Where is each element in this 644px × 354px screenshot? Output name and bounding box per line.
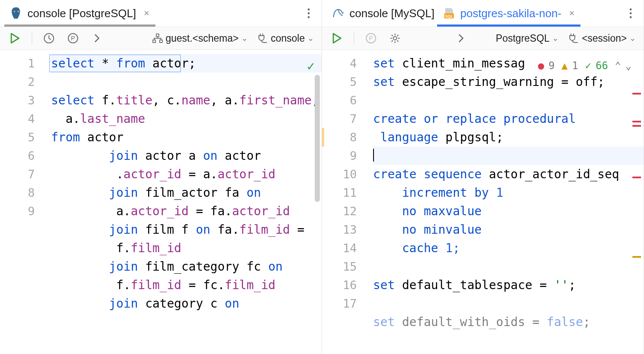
session-label: <session> bbox=[582, 33, 627, 44]
warning-icon: ▲ bbox=[562, 57, 568, 75]
code-line: language plpgsql; bbox=[373, 128, 644, 146]
chevron-right-icon[interactable] bbox=[90, 31, 104, 46]
code-line: join category c on bbox=[51, 294, 322, 313]
right-toolbar: P PostgreSQL ⌄ <session> ⌄ bbox=[322, 27, 644, 50]
code-line: join actor a on actor bbox=[51, 146, 322, 165]
scrollbar[interactable] bbox=[315, 75, 320, 202]
postgresql-icon bbox=[10, 7, 22, 19]
ok-icon: ✓ bbox=[585, 57, 591, 75]
tab-postgres-sakila[interactable]: SQL postgres-sakila-non- × bbox=[437, 0, 580, 27]
ok-count: 66 bbox=[595, 57, 608, 75]
left-toolbar: P guest.<schema> ⌄ console ⌄ bbox=[0, 27, 322, 50]
plug-icon bbox=[257, 34, 268, 43]
tab-options-icon[interactable] bbox=[300, 5, 317, 22]
mysql-icon bbox=[332, 7, 344, 19]
code-line: select * from actor; bbox=[51, 54, 322, 73]
line-number: 4 bbox=[322, 54, 371, 73]
error-count: 9 bbox=[548, 57, 554, 75]
warning-marker[interactable] bbox=[632, 256, 641, 258]
line-number: 5 bbox=[322, 73, 371, 91]
right-gutter: 4 5 6 7 8 9 10 11 12 13 14 15 16 17 bbox=[322, 50, 371, 354]
error-marker[interactable] bbox=[632, 93, 641, 95]
dialect-label: PostgreSQL bbox=[496, 33, 550, 44]
right-editor[interactable]: 4 5 6 7 8 9 10 11 12 13 14 15 16 17 ●9 ▲… bbox=[322, 50, 644, 354]
chevron-right-icon[interactable] bbox=[454, 31, 468, 46]
left-pane: console [PostgreSQL] × P guest.<schema> … bbox=[0, 0, 322, 354]
line-number: 9 bbox=[0, 202, 49, 220]
prev-highlight-icon[interactable]: ⌃ bbox=[615, 57, 621, 75]
text-cursor bbox=[373, 149, 374, 162]
left-editor[interactable]: 1 2 3 4 5 6 7 8 9 select * from actor; s… bbox=[0, 50, 322, 354]
left-code[interactable]: select * from actor; select f.title, c.n… bbox=[49, 50, 322, 354]
svg-rect-9 bbox=[153, 40, 155, 43]
chevron-down-icon: ⌄ bbox=[552, 34, 559, 43]
code-line: .actor_id = a.actor_id bbox=[51, 165, 322, 183]
line-number: 7 bbox=[0, 165, 49, 183]
next-highlight-icon[interactable]: ⌄ bbox=[626, 57, 632, 75]
line-number: 2 bbox=[0, 73, 49, 91]
line-number: 7 bbox=[322, 110, 371, 128]
settings-icon[interactable] bbox=[388, 31, 402, 46]
code-line: no minvalue bbox=[373, 220, 644, 239]
tab-options-icon[interactable] bbox=[622, 5, 639, 22]
history-icon[interactable] bbox=[42, 31, 56, 46]
schema-tree-icon bbox=[152, 34, 163, 43]
session-label: console bbox=[271, 33, 305, 44]
chevron-down-icon: ⌄ bbox=[241, 34, 248, 43]
line-number: 5 bbox=[0, 128, 49, 146]
session-dropdown[interactable]: console ⌄ bbox=[257, 33, 314, 44]
check-ok-icon: ✓ bbox=[307, 57, 315, 75]
line-number: 6 bbox=[322, 91, 371, 110]
tab-console-mysql[interactable]: console [MySQL] bbox=[326, 0, 437, 27]
schema-dropdown[interactable]: guest.<schema> ⌄ bbox=[152, 33, 248, 44]
separator bbox=[32, 32, 32, 45]
right-code[interactable]: ●9 ▲1 ✓66 ⌃ ⌄ set client_min_messag set … bbox=[371, 50, 644, 354]
svg-point-3 bbox=[308, 12, 310, 15]
code-line: create sequence actor_actor_id_seq bbox=[373, 165, 644, 183]
svg-point-14 bbox=[630, 12, 632, 15]
line-number: 12 bbox=[322, 202, 371, 220]
error-marker[interactable] bbox=[632, 177, 641, 178]
inspection-status[interactable]: ●9 ▲1 ✓66 ⌃ ⌄ bbox=[535, 56, 634, 76]
svg-rect-10 bbox=[160, 40, 162, 43]
run-icon[interactable] bbox=[330, 31, 344, 46]
code-line: set default_tablespace = ''; bbox=[373, 276, 644, 294]
session-dropdown[interactable]: <session> ⌄ bbox=[568, 33, 636, 44]
svg-point-1 bbox=[18, 11, 19, 12]
chevron-down-icon: ⌄ bbox=[629, 34, 636, 43]
svg-point-18 bbox=[393, 37, 397, 40]
close-icon[interactable]: × bbox=[569, 8, 575, 19]
svg-point-15 bbox=[630, 16, 632, 18]
svg-text:P: P bbox=[369, 35, 373, 42]
left-tab-bar: console [PostgreSQL] × bbox=[0, 0, 322, 27]
tab-console-postgresql[interactable]: console [PostgreSQL] × bbox=[4, 0, 155, 27]
sql-file-icon: SQL bbox=[443, 7, 455, 19]
right-tab-bar: console [MySQL] SQL postgres-sakila-non-… bbox=[322, 0, 644, 27]
code-line: cache 1; bbox=[373, 239, 644, 257]
svg-point-0 bbox=[14, 11, 15, 12]
code-line bbox=[51, 73, 322, 91]
line-number: 8 bbox=[322, 128, 371, 146]
dialect-dropdown[interactable]: PostgreSQL ⌄ bbox=[496, 33, 559, 44]
plug-icon bbox=[568, 34, 579, 43]
code-line: join film_actor fa on bbox=[51, 183, 322, 202]
transaction-icon[interactable]: P bbox=[364, 31, 378, 46]
error-marker[interactable] bbox=[632, 121, 641, 122]
svg-point-13 bbox=[630, 9, 632, 11]
line-number: 10 bbox=[322, 165, 371, 183]
line-number: 14 bbox=[322, 239, 371, 257]
error-marker[interactable] bbox=[632, 125, 641, 127]
code-line: select f.title, c.name, a.first_name, bbox=[51, 91, 322, 110]
close-icon[interactable]: × bbox=[144, 8, 149, 19]
code-line: create or replace procedural bbox=[373, 110, 644, 128]
line-number: 8 bbox=[0, 183, 49, 202]
error-icon: ● bbox=[538, 57, 544, 75]
line-number: 17 bbox=[322, 294, 371, 313]
tab-title: console [PostgreSQL] bbox=[27, 7, 136, 20]
run-icon[interactable] bbox=[8, 31, 22, 46]
code-line bbox=[373, 294, 644, 313]
line-number: 13 bbox=[322, 220, 371, 239]
line-number: 1 bbox=[0, 54, 49, 73]
error-stripe[interactable] bbox=[631, 76, 643, 354]
transaction-icon[interactable]: P bbox=[66, 31, 80, 46]
